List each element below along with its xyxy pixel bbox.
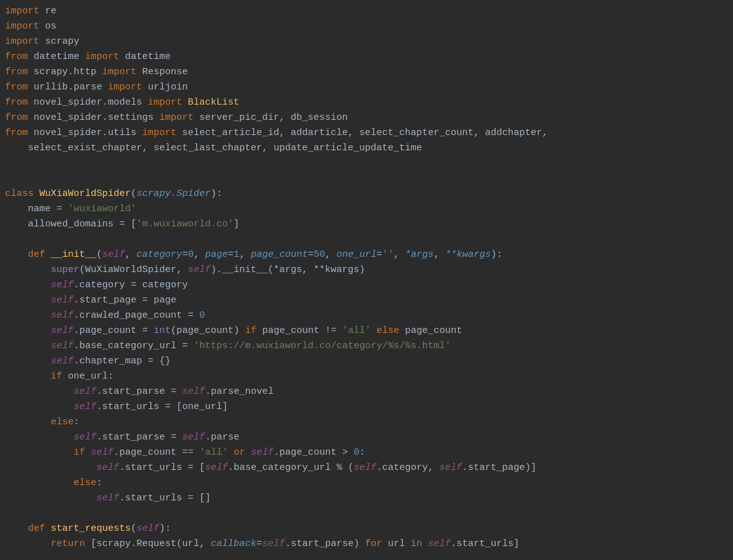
line-14: name = 'wuxiaworld' — [0, 202, 733, 217]
line-35: def start_requests(self): — [0, 521, 733, 537]
line-21: self.crawled_page_count = 0 — [0, 308, 733, 323]
line-4: from datetime import datetime — [0, 49, 733, 65]
line-15: allowed_domains = ['m.wuxiaworld.co'] — [0, 217, 733, 232]
line-1: import re — [0, 4, 733, 19]
line-36: return [scrapy.Request(url, callback=sel… — [0, 537, 733, 552]
line-26: self.start_parse = self.parse_novel — [0, 384, 733, 400]
line-31: self.start_urls = [self.base_category_ur… — [0, 460, 733, 476]
line-9: from novel_spider.utils import select_ar… — [0, 126, 733, 141]
line-2: import os — [0, 19, 733, 34]
line-33: self.start_urls = [] — [0, 491, 733, 506]
line-18: super(WuXiaWorldSpider, self).__init__(*… — [0, 263, 733, 278]
line-3: import scrapy — [0, 34, 733, 49]
line-30: if self.page_count == 'all' or self.page… — [0, 445, 733, 460]
line-12-empty — [0, 171, 733, 186]
line-5: from scrapy.http import Response — [0, 65, 733, 80]
line-20: self.start_page = page — [0, 293, 733, 308]
line-34-empty — [0, 506, 733, 521]
line-24: self.chapter_map = {} — [0, 354, 733, 369]
line-29: self.start_parse = self.parse — [0, 430, 733, 445]
line-17: def __init__(self, category=0, page=1, p… — [0, 247, 733, 263]
line-19: self.category = category — [0, 278, 733, 293]
line-28: else: — [0, 415, 733, 430]
line-16-empty — [0, 232, 733, 247]
line-7: from novel_spider.models import BlackLis… — [0, 95, 733, 110]
line-27: self.start_urls = [one_url] — [0, 400, 733, 415]
line-10: select_exist_chapter, select_last_chapte… — [0, 141, 733, 156]
code-editor: import re import os import scrapy from d… — [0, 0, 733, 560]
line-25: if one_url: — [0, 369, 733, 384]
line-11-empty — [0, 156, 733, 171]
line-8: from novel_spider.settings import server… — [0, 110, 733, 126]
line-22: self.page_count = int(page_count) if pag… — [0, 323, 733, 339]
line-32: else: — [0, 476, 733, 491]
line-6: from urllib.parse import urljoin — [0, 80, 733, 95]
line-13: class WuXiaWorldSpider(scrapy.Spider): — [0, 186, 733, 202]
line-23: self.base_category_url = 'https://m.wuxi… — [0, 339, 733, 354]
